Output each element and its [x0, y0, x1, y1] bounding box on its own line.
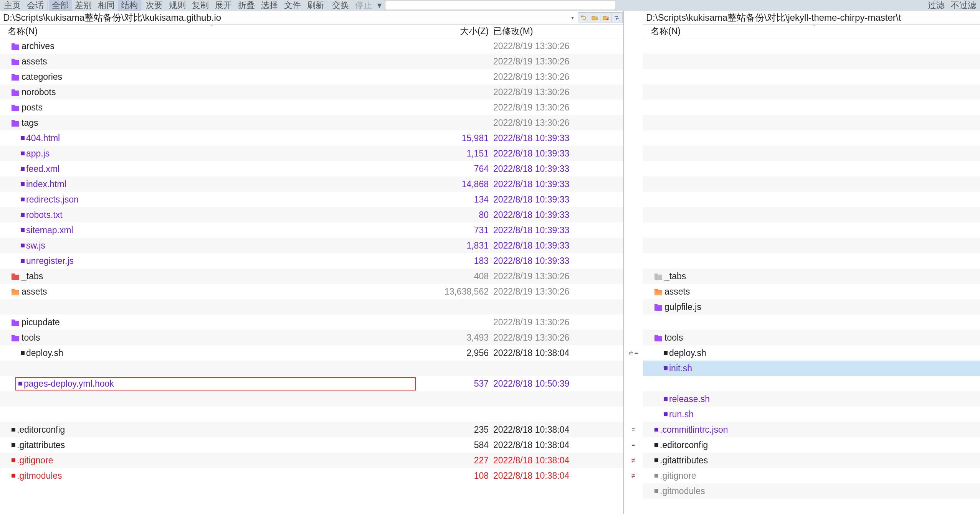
table-row[interactable]: _tabs4082022/8/19 13:30:26 [0, 269, 623, 284]
table-row[interactable]: feed.xml7642022/8/18 10:39:33 [0, 161, 623, 176]
table-row[interactable]: release.sh [643, 391, 980, 407]
toolbar-item[interactable]: 次要 [143, 0, 166, 11]
right-col-name[interactable]: 名称(N)ˆ [648, 24, 980, 39]
table-row[interactable]: .gitmodules [643, 483, 980, 499]
table-row[interactable]: .gitignore [643, 468, 980, 483]
table-row[interactable] [0, 391, 623, 407]
right-path-input[interactable]: D:\Scripts\kukisama整站备份\对比\jekyll-theme-… [643, 11, 980, 25]
undo-icon[interactable] [578, 12, 589, 23]
table-row[interactable]: app.js1,1512022/8/18 10:39:33 [0, 146, 623, 161]
left-col-size[interactable]: 大小(Z) [418, 24, 491, 39]
toolbar-item[interactable]: 展开 [212, 0, 235, 11]
open-folder-icon[interactable] [589, 12, 600, 23]
table-row[interactable] [643, 315, 980, 330]
left-col-name[interactable]: 名称(N)ˆ [5, 24, 418, 39]
table-row[interactable] [643, 238, 980, 253]
file-bullet-icon [21, 182, 25, 186]
toolbar-item[interactable]: 过滤 [925, 0, 948, 11]
table-row[interactable]: norobots2022/8/19 13:30:26 [0, 84, 623, 100]
toolbar-filter-input[interactable] [385, 1, 615, 10]
table-row[interactable] [643, 84, 980, 100]
table-row[interactable]: robots.txt802022/8/18 10:39:33 [0, 207, 623, 222]
table-row[interactable]: .editorconfig2352022/8/18 10:38:04 [0, 422, 623, 437]
left-path-input[interactable]: D:\Scripts\kukisama整站备份\对比\kukisama.gith… [0, 11, 567, 25]
table-row[interactable]: _tabs [643, 269, 980, 284]
table-row[interactable] [643, 192, 980, 207]
toolbar-item[interactable]: 相同 [95, 0, 118, 11]
item-date: 2022/8/18 10:38:04 [491, 348, 618, 358]
file-bullet-icon [21, 213, 25, 217]
table-row[interactable] [643, 222, 980, 238]
table-row[interactable]: tools [643, 330, 980, 345]
path-dropdown-icon[interactable]: ▾ [567, 15, 577, 21]
toolbar-item[interactable]: 折叠 [235, 0, 258, 11]
toolbar-item[interactable]: 文件 [281, 0, 304, 11]
toolbar-item[interactable]: 会话 [24, 0, 47, 11]
table-row[interactable] [643, 376, 980, 391]
table-row[interactable]: posts2022/8/19 13:30:26 [0, 100, 623, 115]
table-row[interactable]: 404.html15,9812022/8/18 10:39:33 [0, 130, 623, 146]
toolbar-item[interactable]: 差别 [72, 0, 95, 11]
table-row[interactable] [0, 299, 623, 315]
table-row[interactable]: .gitignore2272022/8/18 10:38:04 [0, 453, 623, 468]
toolbar-item[interactable]: 不过滤 [948, 0, 979, 11]
left-col-modified[interactable]: 已修改(M) [491, 24, 618, 39]
table-row[interactable] [643, 115, 980, 130]
table-row[interactable] [643, 130, 980, 146]
table-row[interactable]: archives2022/8/19 13:30:26 [0, 38, 623, 54]
item-name: .gitmodules [660, 486, 705, 496]
toolbar-item[interactable]: 复制 [189, 0, 212, 11]
compare-marker [624, 238, 643, 253]
table-row[interactable] [643, 38, 980, 54]
table-row[interactable] [643, 207, 980, 222]
table-row[interactable]: categories2022/8/19 13:30:26 [0, 69, 623, 84]
table-row[interactable]: tools3,4932022/8/19 13:30:26 [0, 330, 623, 345]
table-row[interactable]: assets13,638,5622022/8/19 13:30:26 [0, 284, 623, 299]
table-row[interactable]: redirects.json1342022/8/18 10:39:33 [0, 192, 623, 207]
table-row[interactable]: tags2022/8/19 13:30:26 [0, 115, 623, 130]
swap-panes-icon[interactable] [611, 12, 623, 23]
table-row[interactable]: .gitmodules1082022/8/18 10:38:04 [0, 468, 623, 483]
table-row[interactable] [643, 100, 980, 115]
table-row[interactable]: unregister.js1832022/8/18 10:39:33 [0, 253, 623, 269]
table-row[interactable] [643, 176, 980, 192]
table-row[interactable]: pages-deploy.yml.hook5372022/8/18 10:50:… [0, 376, 623, 391]
table-row[interactable] [0, 361, 623, 376]
table-row[interactable]: assets [643, 284, 980, 299]
table-row[interactable]: init.sh [643, 361, 980, 376]
table-row[interactable]: .editorconfig [643, 437, 980, 453]
table-row[interactable]: .gitattributes [643, 453, 980, 468]
toolbar-item[interactable]: 停止 [352, 0, 375, 11]
item-date: 2022/8/19 13:30:26 [491, 72, 618, 82]
table-row[interactable] [643, 69, 980, 84]
toolbar-item[interactable]: 主页 [1, 0, 24, 11]
folder-star-icon[interactable] [600, 12, 611, 23]
toolbar-item[interactable]: 结构 [118, 0, 141, 11]
table-row[interactable]: .gitattributes5842022/8/18 10:38:04 [0, 437, 623, 453]
toolbar-item[interactable]: 刷新 [304, 0, 327, 11]
table-row[interactable] [643, 161, 980, 176]
table-row[interactable] [643, 253, 980, 269]
table-row[interactable]: .commitlintrc.json [643, 422, 980, 437]
table-row[interactable] [0, 407, 623, 422]
item-name: .gitignore [17, 455, 53, 466]
table-row[interactable]: sitemap.xml7312022/8/18 10:39:33 [0, 222, 623, 238]
table-row[interactable]: picupdate2022/8/19 13:30:26 [0, 315, 623, 330]
table-row[interactable]: deploy.sh2,9562022/8/18 10:38:04 [0, 345, 623, 361]
left-file-list[interactable]: archives2022/8/19 13:30:26assets2022/8/1… [0, 38, 623, 514]
table-row[interactable]: gulpfile.js [643, 299, 980, 315]
table-row[interactable] [643, 146, 980, 161]
table-row[interactable]: index.html14,8682022/8/18 10:39:33 [0, 176, 623, 192]
table-row[interactable]: run.sh [643, 407, 980, 422]
toolbar-dropdown-icon[interactable]: ▾ [375, 0, 383, 10]
table-row[interactable]: deploy.sh [643, 345, 980, 361]
toolbar-item[interactable]: 全部 [49, 0, 72, 11]
right-file-list[interactable]: _tabsassetsgulpfile.jstoolsdeploy.shinit… [643, 38, 980, 514]
toolbar-item[interactable]: 选择 [258, 0, 281, 11]
table-row[interactable] [643, 54, 980, 69]
toolbar-item[interactable]: 交换 [329, 0, 352, 11]
table-row[interactable]: assets2022/8/19 13:30:26 [0, 54, 623, 69]
compare-marker [624, 376, 643, 391]
table-row[interactable]: sw.js1,8312022/8/18 10:39:33 [0, 238, 623, 253]
toolbar-item[interactable]: 规则 [166, 0, 189, 11]
